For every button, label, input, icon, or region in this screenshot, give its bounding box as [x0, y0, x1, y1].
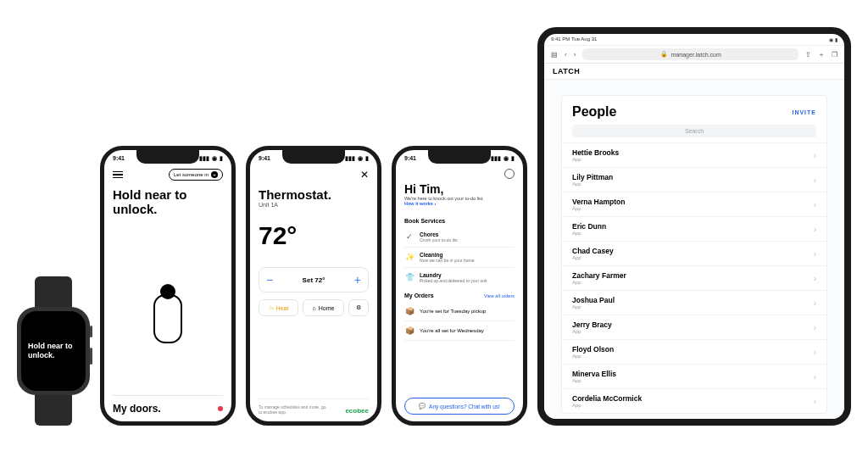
mode-home-button[interactable]: ⌂ Home: [303, 299, 344, 316]
let-someone-in-button[interactable]: Let someone in +: [169, 169, 223, 181]
order-row[interactable]: 📦You're all set for Wednesday: [404, 321, 515, 341]
latch-logo: LATCH: [553, 67, 580, 75]
order-icon: 📦: [404, 326, 415, 336]
person-role: App: [572, 280, 626, 285]
people-card: People INVITE Search Hettie BrooksApp›Li…: [561, 95, 827, 414]
share-icon[interactable]: ⇪: [805, 51, 811, 58]
person-role: App: [572, 304, 615, 309]
person-name: Zachary Farmer: [572, 271, 626, 280]
lock-icon: [153, 294, 182, 343]
my-doors-label[interactable]: My doors.: [113, 403, 161, 415]
people-title: People: [572, 104, 616, 120]
ecobee-logo: ecobee: [345, 407, 369, 415]
person-name: Eric Dunn: [572, 222, 606, 231]
service-desc: Now we can be in your home: [420, 258, 474, 263]
sidebar-icon[interactable]: ▤: [551, 51, 558, 58]
person-name: Hettie Brooks: [572, 148, 619, 157]
person-name: Minerva Ellis: [572, 370, 616, 378]
person-role: App: [572, 403, 642, 408]
close-icon[interactable]: ✕: [360, 169, 369, 181]
person-row[interactable]: Minerva EllisApp›: [562, 364, 826, 388]
order-text: You're set for Tuesday pickup: [420, 309, 486, 314]
watch-unlock-text: Hold near to unlock.: [28, 342, 79, 360]
wifi-icon: ◉: [504, 155, 509, 162]
signal-icon: ▮▮▮: [491, 155, 501, 162]
person-role: App: [572, 329, 612, 334]
mode-heat-button[interactable]: ♨ Heat: [259, 299, 298, 316]
service-icon: ✨: [404, 252, 415, 262]
chevron-right-icon: ›: [814, 323, 816, 332]
watch-case: Hold near to unlock.: [17, 307, 90, 395]
person-row[interactable]: Verna HamptonApp›: [562, 192, 826, 216]
chevron-right-icon: ›: [814, 176, 816, 185]
chat-icon: 💬: [419, 403, 426, 410]
person-role: App: [572, 181, 613, 187]
person-row[interactable]: Chad CaseyApp›: [562, 241, 826, 265]
notch: [428, 150, 491, 164]
thermostat-unit: Unit 1A: [259, 202, 369, 208]
temp-up-button[interactable]: +: [354, 273, 361, 287]
service-row[interactable]: ✓ChoresCrush your to-do list: [404, 227, 515, 248]
order-icon: 📦: [404, 306, 415, 316]
ipad-status-left: 9:41 PM Tue Aug 31: [551, 36, 597, 42]
chevron-right-icon: ›: [814, 348, 816, 357]
apple-watch: Hold near to unlock.: [17, 276, 90, 426]
person-name: Floyd Olson: [572, 345, 614, 354]
book-services-title: Book Services: [404, 218, 445, 224]
person-role: App: [572, 157, 619, 162]
person-row[interactable]: Eric DunnApp›: [562, 216, 826, 241]
signal-icon: ▮▮▮: [199, 155, 209, 162]
current-temp: 72°: [259, 221, 369, 250]
person-row[interactable]: Zachary FarmerApp›: [562, 265, 826, 290]
person-row[interactable]: Jerry BracyApp›: [562, 315, 826, 339]
new-tab-icon[interactable]: ＋: [818, 50, 825, 59]
person-row[interactable]: Floyd OlsonApp›: [562, 339, 826, 364]
view-all-orders-link[interactable]: View all orders: [484, 293, 515, 298]
status-right: ▮▮▮ ◉ ▮: [345, 155, 369, 162]
person-row[interactable]: Lily PittmanApp›: [562, 167, 826, 192]
address-bar[interactable]: 🔒 manager.latch.com: [582, 48, 798, 60]
service-desc: Picked up and delivered to your unit: [420, 278, 487, 283]
settings-button[interactable]: ⚙: [348, 299, 369, 316]
order-row[interactable]: 📦You're set for Tuesday pickup: [404, 302, 515, 321]
signal-icon: ▮▮▮: [345, 155, 355, 162]
menu-icon[interactable]: [113, 171, 123, 179]
forward-icon[interactable]: ›: [574, 51, 576, 58]
status-time: 9:41: [259, 155, 270, 161]
phone-thermostat: 9:41 ▮▮▮ ◉ ▮ ✕ Thermostat. Unit 1A 72° −…: [246, 146, 381, 426]
watch-screen[interactable]: Hold near to unlock.: [21, 311, 86, 391]
back-icon[interactable]: ‹: [565, 51, 567, 58]
chevron-right-icon: ›: [814, 200, 816, 209]
service-icon: 👕: [404, 272, 415, 282]
person-name: Jerry Bracy: [572, 320, 612, 329]
notch: [136, 150, 199, 164]
battery-icon: ▮: [220, 155, 223, 162]
person-role: App: [572, 354, 614, 359]
person-row[interactable]: Hettie BrooksApp›: [562, 142, 826, 167]
how-it-works-link[interactable]: How it works ›: [404, 201, 515, 206]
unlock-title: Hold near to unlock.: [113, 187, 223, 217]
person-row[interactable]: Joshua PaulApp›: [562, 290, 826, 315]
person-name: Lily Pittman: [572, 173, 613, 181]
phone-services: 9:41 ▮▮▮ ◉ ▮ Hi Tim, We're here to knock…: [392, 146, 527, 426]
temp-down-button[interactable]: −: [266, 273, 273, 287]
wifi-icon: ◉: [212, 155, 217, 162]
watch-band-top: [35, 276, 72, 307]
service-row[interactable]: ✨CleaningNow we can be in your home: [404, 248, 515, 268]
profile-icon[interactable]: [504, 169, 515, 179]
service-row[interactable]: 👕LaundryPicked up and delivered to your …: [404, 268, 515, 287]
chevron-right-icon: ›: [814, 298, 816, 308]
chat-button[interactable]: 💬 Any questions? Chat with us!: [404, 398, 515, 415]
status-time: 9:41: [113, 155, 125, 161]
service-title: Laundry: [420, 272, 487, 278]
tabs-icon[interactable]: ❐: [832, 51, 837, 58]
side-button[interactable]: [90, 348, 92, 365]
status-right: ▮▮▮ ◉ ▮: [491, 155, 515, 162]
people-search-input[interactable]: Search: [572, 125, 816, 137]
digital-crown[interactable]: [90, 326, 92, 337]
safari-toolbar: ▤ ‹ › 🔒 manager.latch.com ⇪ ＋ ❐: [544, 46, 844, 64]
invite-button[interactable]: INVITE: [792, 109, 816, 115]
person-name: Verna Hampton: [572, 198, 625, 206]
greeting: Hi Tim,: [404, 182, 515, 196]
person-row[interactable]: Cordelia McCormickApp›: [562, 388, 826, 413]
